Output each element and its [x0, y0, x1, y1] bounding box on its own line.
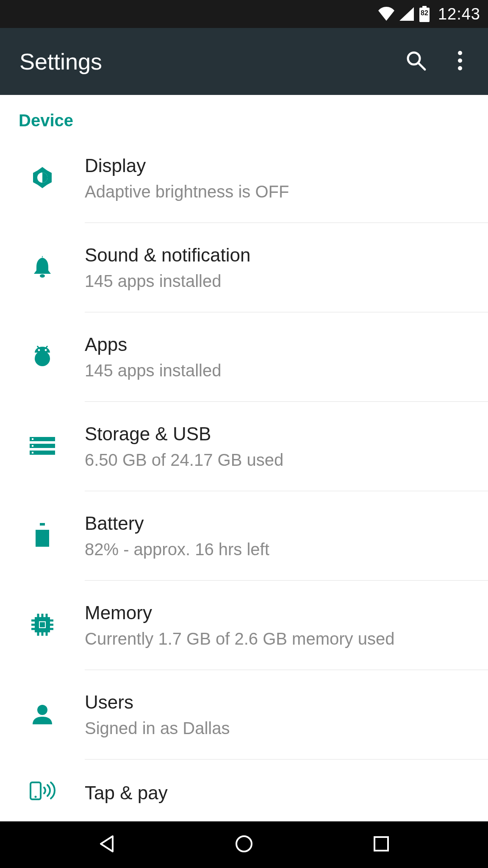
- status-bar: 82 12:43: [0, 0, 488, 28]
- wifi-icon: [378, 7, 395, 21]
- search-icon: [405, 50, 427, 73]
- settings-item-sound-notification[interactable]: Sound & notification 145 apps installed: [0, 223, 488, 312]
- settings-item-memory[interactable]: Memory Currently 1.7 GB of 2.6 GB memory…: [0, 581, 488, 670]
- settings-item-title: Battery: [85, 512, 474, 535]
- settings-item-title: Storage & USB: [85, 422, 474, 445]
- settings-item-battery[interactable]: Battery 82% - approx. 16 hrs left: [0, 491, 488, 581]
- settings-item-apps[interactable]: Apps 145 apps installed: [0, 312, 488, 402]
- svg-point-6: [458, 66, 462, 70]
- settings-item-subtitle: Currently 1.7 GB of 2.6 GB memory used: [85, 628, 474, 650]
- battery-icon: [35, 523, 50, 549]
- settings-item-subtitle: 82% - approx. 16 hrs left: [85, 538, 474, 560]
- settings-item-title: Memory: [85, 601, 474, 624]
- settings-item-display[interactable]: Display Adaptive brightness is OFF: [0, 134, 488, 223]
- settings-list: Device Display Adaptive brightness is OF…: [0, 95, 488, 821]
- settings-item-subtitle: Adaptive brightness is OFF: [85, 181, 474, 203]
- settings-item-tap-and-pay[interactable]: Tap & pay: [0, 760, 488, 819]
- page-title: Settings: [19, 48, 389, 75]
- back-triangle-icon: [97, 834, 117, 856]
- svg-point-43: [35, 796, 37, 798]
- storage-icon: [30, 437, 55, 456]
- settings-item-title: Tap & pay: [85, 779, 474, 804]
- svg-rect-1: [422, 6, 427, 8]
- svg-rect-28: [40, 622, 45, 627]
- settings-item-subtitle: 145 apps installed: [85, 270, 474, 292]
- svg-point-44: [236, 836, 252, 851]
- settings-item-subtitle: Signed in as Dallas: [85, 717, 474, 739]
- brightness-icon: [30, 166, 54, 191]
- settings-item-users[interactable]: Users Signed in as Dallas: [0, 670, 488, 760]
- nav-back-button[interactable]: [88, 826, 126, 864]
- app-bar: Settings: [0, 28, 488, 95]
- svg-rect-22: [40, 523, 45, 526]
- android-icon: [32, 346, 53, 369]
- svg-rect-21: [32, 452, 33, 453]
- cellular-signal-icon: [399, 7, 414, 21]
- battery-percent-text: 82: [419, 9, 430, 17]
- nav-recent-button[interactable]: [362, 826, 400, 864]
- svg-point-5: [458, 58, 462, 63]
- bell-icon: [32, 256, 53, 280]
- settings-item-title: Apps: [85, 333, 474, 356]
- tap-and-pay-icon: [29, 780, 56, 803]
- svg-rect-24: [36, 526, 49, 530]
- status-clock: 12:43: [438, 5, 480, 23]
- svg-rect-19: [32, 438, 33, 440]
- battery-icon: 82: [419, 6, 430, 22]
- home-circle-icon: [234, 834, 254, 856]
- person-icon: [32, 704, 53, 726]
- svg-point-15: [45, 349, 47, 351]
- svg-point-4: [458, 51, 462, 55]
- navigation-bar: [0, 821, 488, 868]
- memory-chip-icon: [30, 613, 54, 638]
- svg-line-3: [419, 63, 425, 70]
- settings-item-subtitle: 6.50 GB of 24.17 GB used: [85, 449, 474, 471]
- nav-home-button[interactable]: [225, 826, 263, 864]
- settings-item-storage-usb[interactable]: Storage & USB 6.50 GB of 24.17 GB used: [0, 402, 488, 491]
- svg-point-9: [40, 274, 45, 278]
- more-vert-icon: [458, 50, 463, 72]
- svg-rect-20: [32, 445, 33, 447]
- settings-item-title: Users: [85, 690, 474, 714]
- settings-item-subtitle: 145 apps installed: [85, 359, 474, 381]
- settings-item-title: Display: [85, 154, 474, 177]
- overflow-menu-button[interactable]: [443, 45, 477, 78]
- svg-rect-45: [374, 837, 388, 851]
- settings-item-title: Sound & notification: [85, 243, 474, 267]
- recent-square-icon: [372, 835, 391, 855]
- svg-rect-11: [35, 359, 50, 359]
- search-button[interactable]: [399, 45, 433, 78]
- svg-point-14: [38, 349, 40, 351]
- section-header-device: Device: [0, 95, 488, 134]
- svg-point-41: [37, 705, 47, 715]
